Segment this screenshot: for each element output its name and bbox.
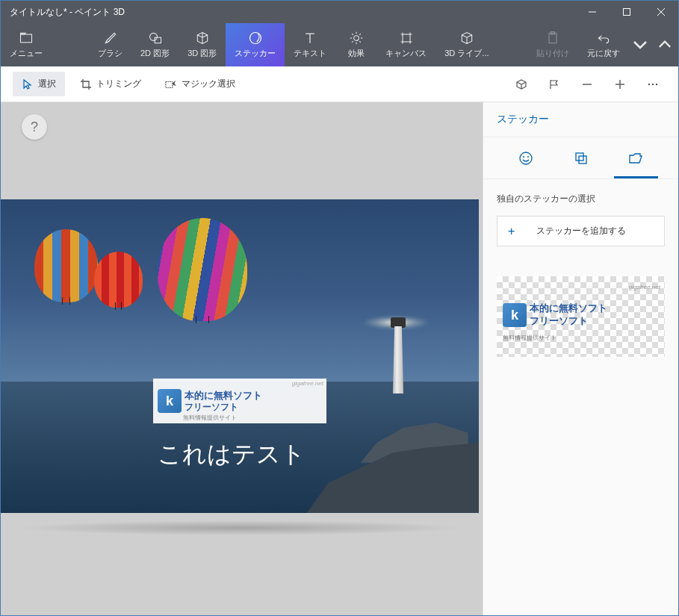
svg-point-8 — [353, 36, 359, 41]
svg-rect-20 — [166, 81, 173, 87]
minimize-button[interactable] — [575, 1, 610, 23]
svg-line-14 — [359, 41, 361, 43]
tab-textures[interactable] — [554, 137, 609, 178]
side-panel-title: ステッカー — [483, 102, 678, 137]
chevron-up-icon — [657, 37, 672, 52]
cube-icon — [459, 31, 474, 46]
canvas-image[interactable]: k 本的に無料ソフト フリーソフト 無料情報提供サイト gigafree.net… — [1, 199, 479, 513]
placed-sticker[interactable]: k 本的に無料ソフト フリーソフト 無料情報提供サイト gigafree.net — [153, 379, 326, 423]
sticker-text: 本的に無料ソフト フリーソフト — [185, 390, 262, 412]
paste-button[interactable]: 貼り付け — [527, 23, 578, 66]
svg-point-25 — [652, 83, 654, 84]
balloon-1 — [34, 229, 98, 305]
folder-icon — [19, 31, 34, 46]
text-tool[interactable]: テキスト — [285, 23, 335, 66]
svg-point-29 — [527, 156, 529, 158]
undo-button[interactable]: 元に戻す — [578, 23, 629, 66]
magic-select-tool[interactable]: マジック選択 — [156, 72, 244, 96]
canvas-tool[interactable]: キャンバス — [376, 23, 435, 66]
side-panel: ステッカー 独自のステッカーの選択 + ステッカーを追加する gigafree.… — [483, 102, 678, 615]
cursor-icon — [22, 78, 34, 90]
main-toolbar: メニュー ブラシ 2D 図形 3D 図形 ステッカー テキスト 効果 キャンバス… — [1, 23, 678, 66]
menu-button[interactable]: メニュー — [1, 23, 52, 66]
tab-custom[interactable] — [608, 137, 663, 178]
svg-rect-17 — [403, 34, 410, 42]
crop-icon — [80, 78, 92, 90]
help-button[interactable]: ? — [22, 114, 47, 140]
collapse-panel-button[interactable] — [651, 23, 678, 66]
more-button[interactable] — [639, 71, 666, 98]
flag-button[interactable] — [541, 71, 568, 98]
3d-shapes-icon — [195, 31, 210, 46]
svg-rect-4 — [21, 34, 32, 43]
sticker-thumb-icon: k — [503, 303, 527, 327]
svg-rect-30 — [576, 153, 583, 161]
minus-icon — [581, 78, 593, 90]
maximize-button[interactable] — [610, 1, 644, 23]
canvas-text[interactable]: これはテスト — [158, 438, 306, 471]
zoom-out-button[interactable] — [574, 71, 601, 98]
effects-tool[interactable]: 効果 — [335, 23, 376, 66]
svg-rect-1 — [624, 9, 630, 16]
3d-shapes-tool[interactable]: 3D 図形 — [179, 23, 226, 66]
svg-point-27 — [520, 152, 532, 164]
ellipsis-icon — [647, 78, 659, 90]
undo-icon — [596, 31, 611, 46]
chevron-down-icon — [633, 37, 648, 52]
close-button[interactable] — [644, 1, 678, 23]
brush-icon — [103, 31, 118, 46]
balloon-3 — [158, 218, 247, 323]
svg-point-28 — [523, 156, 524, 158]
paste-icon — [545, 31, 560, 46]
plus-icon: + — [508, 225, 515, 238]
box-icon — [515, 78, 527, 90]
sticker-tabs — [483, 137, 678, 179]
svg-point-26 — [656, 83, 657, 84]
2d-shapes-tool[interactable]: 2D 図形 — [131, 23, 179, 66]
brushes-tool[interactable]: ブラシ — [89, 23, 131, 66]
sticker-thumbnail[interactable]: gigafree.net k 本的に無料ソフト フリーソフト 無料情報提供サイト — [497, 276, 665, 357]
2d-shapes-icon — [148, 31, 163, 46]
stickers-tool[interactable]: ステッカー — [226, 23, 285, 66]
canvas-shadow — [16, 520, 464, 535]
svg-line-16 — [359, 34, 361, 35]
canvas-icon — [399, 31, 414, 46]
3d-library-tool[interactable]: 3D ライブ... — [435, 23, 497, 66]
magic-select-icon — [165, 78, 177, 90]
tab-emoji[interactable] — [498, 137, 554, 178]
svg-point-5 — [149, 33, 157, 40]
sub-toolbar: 選択 トリミング マジック選択 — [1, 66, 678, 102]
texture-icon — [574, 151, 589, 166]
flag-icon — [548, 78, 560, 90]
text-icon — [303, 31, 317, 46]
add-sticker-button[interactable]: + ステッカーを追加する — [497, 216, 665, 246]
folder-open-icon — [628, 151, 643, 166]
window-title: タイトルなし* - ペイント 3D — [10, 6, 125, 19]
zoom-in-button[interactable] — [607, 71, 633, 98]
titlebar: タイトルなし* - ペイント 3D — [1, 1, 678, 23]
svg-point-24 — [648, 83, 650, 84]
svg-line-13 — [352, 34, 353, 35]
sticker-icon — [248, 31, 263, 46]
lighthouse — [388, 304, 408, 390]
canvas-area[interactable]: ? k 本的に無料ソフト フリーソフト 無料情報提供サイト gigafree.n… — [1, 102, 483, 615]
sticker-icon: k — [158, 389, 182, 413]
select-tool[interactable]: 選択 — [13, 72, 65, 96]
3d-view-button[interactable] — [508, 71, 535, 98]
svg-line-15 — [352, 41, 353, 43]
section-label: 独自のステッカーの選択 — [497, 193, 665, 205]
plus-icon — [614, 78, 626, 90]
crop-tool[interactable]: トリミング — [71, 72, 150, 96]
effects-icon — [349, 31, 364, 46]
history-dropdown[interactable] — [629, 23, 651, 66]
balloon-2 — [94, 252, 143, 310]
smiley-icon — [518, 151, 533, 166]
svg-rect-31 — [579, 156, 586, 164]
